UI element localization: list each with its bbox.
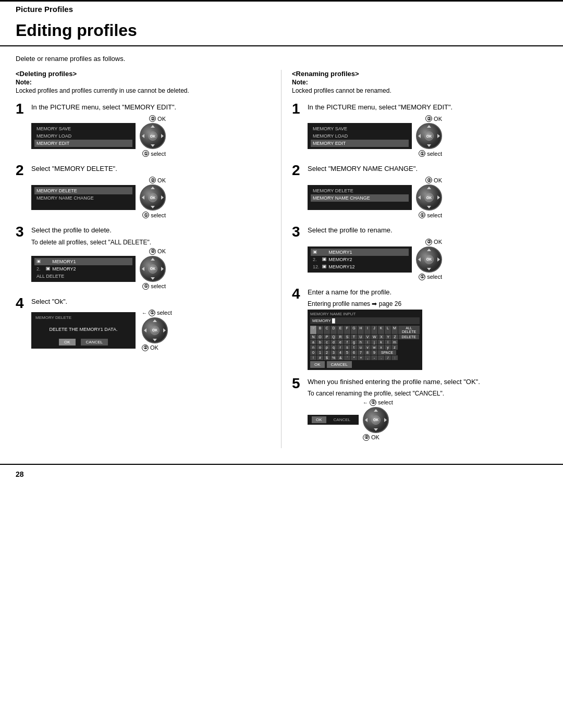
- kb-key[interactable]: x: [378, 345, 384, 350]
- kb-key[interactable]: v: [364, 345, 371, 350]
- kb-key[interactable]: b: [317, 340, 323, 344]
- kb-key[interactable]: Y: [385, 335, 391, 339]
- cancel-button[interactable]: CANCEL: [329, 416, 354, 423]
- kb-key[interactable]: !: [310, 355, 316, 360]
- kb-key[interactable]: 4: [337, 350, 344, 355]
- ok-button[interactable]: OK: [59, 339, 76, 346]
- kb-key[interactable]: :: [391, 355, 398, 360]
- kb-key[interactable]: r: [337, 345, 344, 350]
- kb-key[interactable]: Z: [392, 335, 398, 339]
- kb-key[interactable]: k: [378, 340, 384, 344]
- kb-key[interactable]: V: [364, 335, 371, 339]
- kb-key[interactable]: s: [344, 345, 350, 350]
- kb-key[interactable]: M: [391, 326, 398, 334]
- kb-key[interactable]: j: [371, 340, 377, 344]
- kb-key[interactable]: d: [331, 340, 337, 344]
- kb-key[interactable]: t: [351, 345, 357, 350]
- kb-key[interactable]: a: [310, 340, 316, 344]
- kb-key[interactable]: $: [324, 355, 330, 360]
- arrow-right-icon: [161, 267, 164, 271]
- dial-control: OK: [140, 256, 166, 282]
- kb-key[interactable]: ': [344, 355, 350, 360]
- kb-key-all-delete[interactable]: ALL DELETE: [398, 326, 420, 334]
- kb-key[interactable]: 2: [324, 350, 330, 355]
- kb-key[interactable]: e: [337, 340, 344, 344]
- kb-key[interactable]: c: [324, 340, 330, 344]
- kb-key[interactable]: N: [310, 335, 316, 339]
- kb-key[interactable]: F: [344, 326, 350, 334]
- kb-key[interactable]: m: [391, 340, 398, 344]
- kb-key[interactable]: i: [364, 340, 371, 344]
- delete-step-2: 2 Select "MEMORY DELETE". MEMORY DELETE …: [16, 164, 271, 218]
- kb-key[interactable]: I: [364, 326, 371, 334]
- kb-key[interactable]: ☞: [310, 326, 316, 334]
- ok-button[interactable]: OK: [312, 416, 326, 423]
- kb-key[interactable]: C: [324, 326, 330, 334]
- kb-key[interactable]: 3: [331, 350, 337, 355]
- kb-key[interactable]: w: [371, 345, 377, 350]
- kb-key[interactable]: R: [337, 335, 344, 339]
- kb-key[interactable]: .: [378, 355, 384, 360]
- kb-key[interactable]: 5: [344, 350, 350, 355]
- kb-key[interactable]: #: [317, 355, 323, 360]
- kb-key[interactable]: S: [344, 335, 350, 339]
- kb-key[interactable]: -: [371, 355, 377, 360]
- kb-key[interactable]: g: [351, 340, 357, 344]
- kb-key[interactable]: 6: [351, 350, 357, 355]
- kb-key[interactable]: D: [331, 326, 337, 334]
- kb-key[interactable]: +: [358, 355, 364, 360]
- keyboard-row: ☞ B C D E F G H I J: [310, 326, 420, 334]
- kb-key[interactable]: u: [358, 345, 364, 350]
- kb-key[interactable]: U: [358, 335, 364, 339]
- arrow-down-icon: [427, 268, 431, 270]
- kb-key[interactable]: &: [337, 355, 344, 360]
- menu-screen: MEMORY SAVE MEMORY LOAD MEMORY EDIT: [31, 123, 136, 149]
- kb-key[interactable]: /: [385, 355, 391, 360]
- ok-label-row: ② OK: [149, 177, 166, 183]
- kb-key[interactable]: 9: [371, 350, 377, 355]
- dial-control: OK: [363, 407, 389, 433]
- rename-note-text: Locked profiles cannot be renamed.: [292, 86, 547, 95]
- kb-key[interactable]: B: [317, 326, 323, 334]
- kb-key[interactable]: 8: [364, 350, 371, 355]
- kb-key[interactable]: X: [378, 335, 385, 339]
- kb-key[interactable]: *: [351, 355, 357, 360]
- kb-key[interactable]: h: [358, 340, 364, 344]
- kb-key[interactable]: z: [391, 345, 398, 350]
- kb-key[interactable]: P: [324, 335, 330, 339]
- kb-key[interactable]: E: [337, 326, 344, 334]
- kb-key[interactable]: K: [378, 326, 384, 334]
- kb-key[interactable]: l: [385, 340, 391, 344]
- kb-key[interactable]: O: [317, 335, 323, 339]
- kb-key[interactable]: ,: [364, 355, 371, 360]
- kb-key[interactable]: y: [385, 345, 391, 350]
- kb-key[interactable]: p: [324, 345, 330, 350]
- kb-key[interactable]: T: [351, 335, 357, 339]
- kb-key[interactable]: 7: [358, 350, 364, 355]
- cancel-button[interactable]: CANCEL: [81, 339, 108, 346]
- kb-key[interactable]: J: [371, 326, 377, 334]
- kb-key[interactable]: G: [351, 326, 357, 334]
- keyboard-row: ! # $ % & ' * + , -: [310, 355, 420, 360]
- kb-key[interactable]: o: [317, 345, 323, 350]
- dial-control: OK: [416, 246, 442, 273]
- cancel-button[interactable]: CANCEL: [327, 361, 352, 368]
- ok-button[interactable]: OK: [310, 361, 325, 368]
- name-input-field[interactable]: MEMORY █: [310, 317, 420, 324]
- ok-label-row: ② OK: [363, 434, 380, 441]
- kb-key[interactable]: L: [385, 326, 391, 334]
- kb-key[interactable]: 1: [317, 350, 323, 355]
- kb-key[interactable]: %: [331, 355, 337, 360]
- kb-key[interactable]: n: [310, 345, 316, 350]
- delete-step-3: 3 Select the profile to delete. To delet…: [16, 226, 271, 289]
- kb-key[interactable]: q: [331, 345, 337, 350]
- kb-key-delete[interactable]: DELETE: [399, 335, 419, 339]
- kb-key[interactable]: 0: [310, 350, 316, 355]
- kb-key-space[interactable]: SPACE: [378, 350, 396, 355]
- profile-row-item: 2. ■ MEMORY2: [34, 265, 132, 273]
- kb-key[interactable]: Q: [331, 335, 337, 339]
- kb-key[interactable]: H: [358, 326, 364, 334]
- rename-step-1: 1 In the PICTURE menu, select "MEMORY ED…: [292, 103, 547, 157]
- kb-key[interactable]: f: [344, 340, 350, 344]
- kb-key[interactable]: W: [371, 335, 378, 339]
